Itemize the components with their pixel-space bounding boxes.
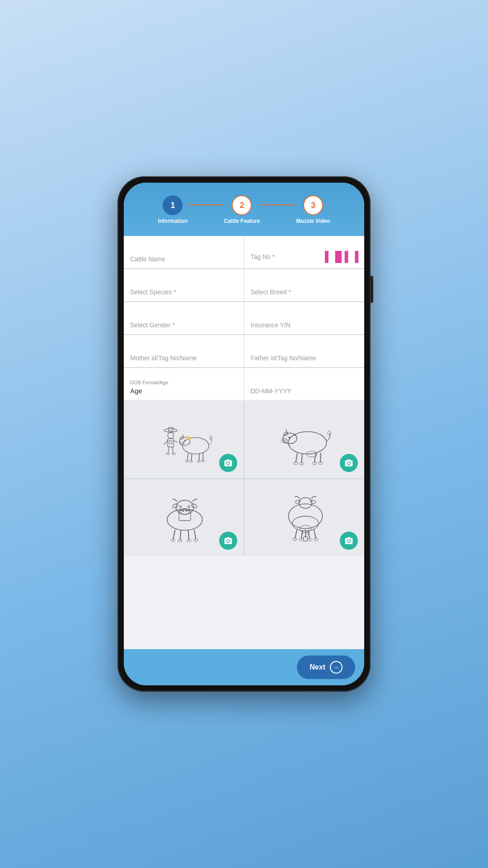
svg-point-53 (191, 503, 197, 509)
svg-line-5 (174, 440, 177, 442)
select-gender-input[interactable] (130, 321, 238, 329)
svg-line-75 (295, 529, 297, 539)
next-button[interactable]: Next → (297, 656, 355, 679)
svg-line-78 (314, 529, 316, 539)
camera-btn-1[interactable] (219, 454, 237, 472)
svg-point-59 (182, 510, 183, 512)
svg-point-56 (180, 506, 181, 507)
svg-point-52 (172, 503, 178, 509)
svg-point-49 (167, 509, 202, 530)
form-grid: ▌▐▌▌▐ (124, 236, 364, 401)
camera-icon-3 (224, 536, 233, 545)
tag-no-cell: ▌▐▌▌▐ (244, 236, 365, 269)
svg-rect-3 (168, 439, 174, 447)
cattle-name-cell (124, 236, 244, 269)
svg-point-34 (288, 437, 290, 439)
svg-line-42 (320, 453, 321, 462)
photo-grid (124, 401, 364, 556)
camera-icon-2 (344, 458, 353, 467)
svg-point-37 (285, 440, 286, 441)
svg-rect-10 (169, 440, 172, 444)
form-area: ▌▐▌▌▐ (124, 236, 364, 649)
next-label: Next (310, 663, 325, 671)
svg-point-8 (166, 453, 169, 455)
svg-line-40 (301, 454, 302, 463)
dob-value: Age (130, 387, 238, 395)
select-breed-cell[interactable] (244, 269, 365, 302)
svg-point-51 (176, 500, 193, 514)
photo-cattle-rear[interactable] (244, 479, 364, 556)
svg-point-71 (299, 498, 312, 508)
step-line-2-3 (260, 204, 296, 205)
svg-point-13 (182, 438, 209, 454)
svg-line-61 (173, 530, 175, 540)
photo-cattle-side[interactable] (244, 401, 364, 478)
step-1-label: Information (158, 218, 188, 224)
select-species-cell[interactable] (124, 269, 244, 302)
svg-point-47 (328, 431, 331, 435)
select-gender-cell[interactable] (124, 302, 244, 335)
svg-line-41 (314, 453, 316, 463)
svg-point-36 (283, 440, 284, 441)
svg-point-2 (168, 433, 174, 439)
svg-rect-1 (168, 428, 173, 431)
camera-icon-1 (224, 458, 233, 467)
header-area: 1 Information 2 Cattle Feature (124, 183, 364, 236)
mother-id-input[interactable] (130, 354, 238, 362)
svg-line-64 (194, 530, 196, 540)
svg-line-22 (199, 453, 199, 461)
svg-point-60 (186, 510, 187, 512)
photo-farmer-cattle[interactable] (124, 401, 244, 478)
svg-point-28 (210, 436, 212, 440)
svg-line-20 (187, 453, 188, 461)
photo-cattle-front[interactable] (124, 479, 244, 556)
select-species-input[interactable] (130, 288, 238, 296)
svg-line-39 (296, 453, 297, 463)
svg-line-21 (191, 454, 192, 461)
camera-btn-2[interactable] (340, 454, 358, 472)
step-2-circle: 2 (232, 195, 252, 215)
svg-point-57 (188, 506, 189, 507)
dob-format-cell: DOB Format/Age Age (124, 368, 244, 401)
barcode-icon[interactable]: ▌▐▌▌▐ (325, 251, 358, 263)
bottom-bar: Next → (124, 649, 364, 685)
step-2-label: Cattle Feature (224, 218, 260, 224)
camera-btn-3[interactable] (219, 532, 237, 550)
step-3[interactable]: 3 Muzzle Video (296, 195, 330, 224)
mother-id-cell (124, 335, 244, 368)
step-1[interactable]: 1 Information (158, 195, 188, 224)
cattle-side-illustration (275, 410, 334, 469)
step-3-label: Muzzle Video (296, 218, 330, 224)
svg-point-72 (295, 500, 300, 504)
next-arrow-icon: → (330, 661, 343, 674)
dob-input-cell (244, 368, 365, 401)
cattle-rear-illustration (275, 488, 334, 547)
camera-btn-4[interactable] (340, 532, 358, 550)
phone-screen: 1 Information 2 Cattle Feature (124, 183, 364, 685)
cattle-front-illustration (155, 488, 213, 547)
svg-line-4 (164, 440, 167, 444)
step-line-1-2 (188, 204, 224, 205)
tag-no-input[interactable] (251, 253, 325, 260)
phone-frame: 1 Information 2 Cattle Feature (117, 176, 371, 692)
farmer-cattle-illustration (155, 410, 213, 469)
svg-rect-50 (178, 510, 190, 521)
camera-icon-4 (344, 536, 353, 545)
svg-line-7 (172, 447, 174, 453)
select-breed-input[interactable] (251, 288, 358, 296)
insurance-input[interactable] (251, 321, 358, 329)
insurance-cell[interactable] (244, 302, 365, 335)
svg-point-0 (164, 429, 177, 432)
dob-input[interactable] (251, 387, 358, 395)
father-id-cell (244, 335, 365, 368)
step-2[interactable]: 2 Cattle Feature (224, 195, 260, 224)
cattle-name-input[interactable] (130, 255, 238, 263)
svg-line-62 (180, 530, 181, 540)
stepper: 1 Information 2 Cattle Feature (133, 195, 355, 224)
step-1-circle: 1 (163, 195, 183, 215)
father-id-input[interactable] (251, 354, 358, 362)
svg-line-63 (188, 530, 188, 540)
svg-point-18 (184, 440, 185, 441)
svg-point-73 (310, 500, 316, 504)
svg-point-9 (172, 453, 175, 455)
